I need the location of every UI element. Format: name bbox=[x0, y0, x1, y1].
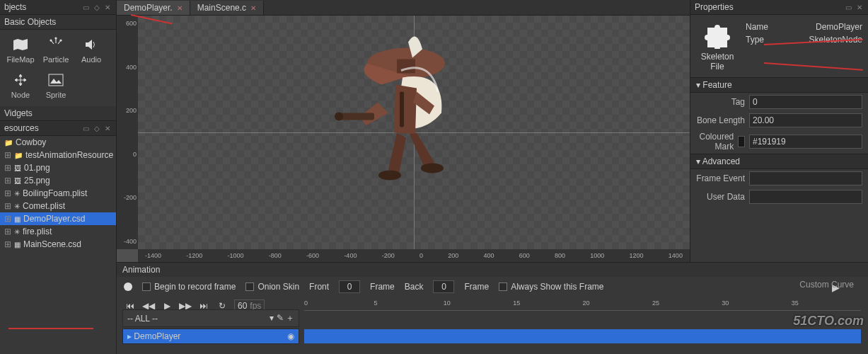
frame-event-label: Frame Event bbox=[696, 173, 745, 183]
file-icon: ✳ bbox=[14, 202, 20, 210]
user-data-label: User Data bbox=[696, 192, 745, 202]
always-show-check[interactable]: Always Show this Frame bbox=[499, 282, 603, 292]
obj-audio[interactable]: Audio bbox=[74, 33, 109, 68]
advanced-section[interactable]: Advanced bbox=[702, 156, 740, 166]
frame-event-input[interactable] bbox=[749, 171, 862, 185]
obj-particle[interactable]: Particle bbox=[38, 33, 74, 68]
feature-section[interactable]: Feature bbox=[702, 80, 731, 90]
edit-icon[interactable]: ✎ bbox=[277, 313, 284, 323]
tab-mainscene[interactable]: MainScene.c✕ bbox=[190, 1, 264, 15]
obj-node[interactable]: Node bbox=[3, 68, 38, 103]
expand-icon[interactable]: ▸ bbox=[127, 331, 132, 341]
begin-record-check[interactable]: Begin to record frame bbox=[142, 282, 236, 292]
chevron-down-icon[interactable]: ▾ bbox=[270, 313, 274, 323]
file-icon: 🖼 bbox=[14, 177, 21, 185]
file-icon: ✳ bbox=[14, 228, 20, 236]
front-input[interactable] bbox=[339, 280, 360, 293]
resource-item[interactable]: ⊞📁testAnimationResource bbox=[0, 149, 116, 161]
resource-item[interactable]: ⊞🖼25.png bbox=[0, 174, 116, 187]
resource-item[interactable]: ⊞▦MainScene.csd bbox=[0, 238, 116, 251]
editor-tabs: DemoPlayer.✕ MainScene.c✕ bbox=[117, 0, 690, 16]
type-label: Type bbox=[746, 35, 764, 45]
name-label: Name bbox=[746, 22, 768, 32]
resources-tree[interactable]: 📁Cowboy⊞📁testAnimationResource⊞🖼01.png⊞🖼… bbox=[0, 136, 116, 354]
bone-length-input[interactable] bbox=[749, 113, 862, 127]
file-icon: ▦ bbox=[14, 241, 21, 249]
resource-item[interactable]: 📁Cowboy bbox=[0, 136, 116, 149]
onion-skin-check[interactable]: Onion Skin bbox=[245, 282, 299, 292]
file-icon: ✳ bbox=[14, 190, 20, 198]
panel-dock-icons[interactable]: ▭ ◇ ✕ bbox=[83, 4, 112, 11]
colour-input[interactable] bbox=[749, 135, 862, 149]
colour-swatch[interactable] bbox=[738, 136, 745, 147]
animation-selector[interactable]: -- ALL --▾ ✎ ＋ bbox=[122, 309, 299, 327]
skeleton-file-slot[interactable]: Skeleton File bbox=[696, 21, 739, 72]
character-sprite[interactable] bbox=[318, 21, 487, 207]
chevron-down-icon[interactable]: ▾ bbox=[696, 156, 702, 166]
user-data-input[interactable] bbox=[749, 190, 862, 204]
tab-demoplayer[interactable]: DemoPlayer.✕ bbox=[117, 1, 190, 15]
back-label: Back bbox=[405, 282, 424, 292]
add-icon[interactable]: ＋ bbox=[286, 313, 294, 323]
name-value[interactable]: DemoPlayer bbox=[816, 22, 862, 32]
objects-title: bjects bbox=[4, 2, 26, 12]
watermark: 51CTO.com bbox=[793, 314, 864, 329]
svg-rect-12 bbox=[339, 113, 374, 120]
visibility-icon[interactable]: ◉ bbox=[287, 331, 294, 341]
basic-objects-title: Basic Objects bbox=[4, 17, 56, 27]
sprite-icon bbox=[48, 72, 64, 88]
node-icon bbox=[13, 72, 28, 88]
tag-input[interactable] bbox=[749, 95, 862, 109]
objects-grid: FileMap Particle Audio Node Sprite bbox=[0, 30, 116, 106]
file-icon: 🖼 bbox=[14, 164, 21, 172]
svg-point-4 bbox=[50, 40, 52, 41]
ruler-horizontal: -1400-1200-1000-800-600-400-200020040060… bbox=[138, 249, 690, 262]
panel-dock-icons2[interactable]: ▭ ◇ ✕ bbox=[83, 125, 112, 132]
file-icon: ▦ bbox=[14, 215, 21, 223]
bone-length-label: Bone Length bbox=[696, 115, 745, 125]
panel-dock-icons3[interactable]: ▭ ✕ bbox=[845, 4, 864, 11]
svg-point-5 bbox=[60, 40, 62, 41]
track-demoplayer[interactable]: ▸ DemoPlayer◉ bbox=[122, 329, 299, 344]
obj-filemap[interactable]: FileMap bbox=[3, 33, 38, 68]
chevron-down-icon[interactable]: ▾ bbox=[696, 80, 702, 90]
front-label: Front bbox=[309, 282, 329, 292]
tag-label: Tag bbox=[696, 97, 745, 107]
svg-rect-8 bbox=[49, 74, 63, 86]
animation-title: Animation bbox=[122, 265, 160, 275]
file-icon: 📁 bbox=[14, 152, 23, 159]
obj-sprite[interactable]: Sprite bbox=[38, 68, 74, 103]
resource-item[interactable]: ⊞▦DemoPlayer.csd bbox=[0, 212, 116, 225]
puzzle-icon bbox=[703, 21, 731, 49]
svg-point-15 bbox=[421, 163, 444, 173]
svg-point-14 bbox=[378, 170, 401, 180]
resource-item[interactable]: ⊞✳fire.plist bbox=[0, 225, 116, 238]
resources-title: esources bbox=[4, 123, 39, 133]
close-icon[interactable]: ✕ bbox=[250, 4, 256, 12]
svg-point-3 bbox=[55, 38, 57, 39]
widgets-title: Vidgets bbox=[4, 108, 33, 118]
properties-title: Properties bbox=[695, 2, 734, 12]
file-icon: 📁 bbox=[4, 139, 13, 147]
frame-label: Frame bbox=[370, 282, 395, 292]
timeline-track[interactable] bbox=[304, 329, 861, 343]
timeline-ruler[interactable]: 05101520253035 bbox=[304, 298, 861, 311]
audio-icon bbox=[83, 37, 99, 52]
canvas[interactable] bbox=[138, 16, 690, 249]
ruler-vertical: 6004002000-200-400 bbox=[117, 16, 138, 249]
svg-rect-11 bbox=[400, 91, 404, 127]
colour-label: Coloured Mark bbox=[696, 132, 734, 152]
custom-curve-label: Custom Curve bbox=[799, 280, 854, 290]
frame-label: Frame bbox=[464, 282, 489, 292]
svg-point-13 bbox=[335, 112, 343, 120]
svg-rect-10 bbox=[397, 59, 415, 73]
close-icon[interactable]: ✕ bbox=[177, 4, 183, 12]
particle-icon bbox=[48, 37, 64, 52]
resource-item[interactable]: ⊞🖼01.png bbox=[0, 161, 116, 174]
resource-item[interactable]: ⊞✳BoilingFoam.plist bbox=[0, 187, 116, 200]
filemap-icon bbox=[13, 37, 28, 52]
record-icon[interactable] bbox=[124, 282, 132, 291]
back-input[interactable] bbox=[433, 280, 454, 293]
resource-item[interactable]: ⊞✳Comet.plist bbox=[0, 200, 116, 212]
